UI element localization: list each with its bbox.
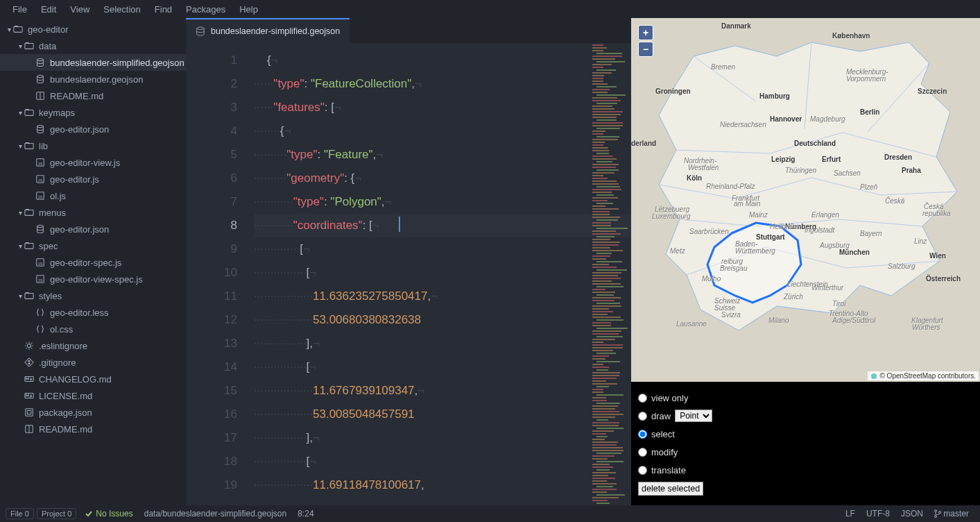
svg-rect-17 [25,244,33,249]
map-label: Danmark [721,22,751,30]
svg-text:JS: JS [38,261,43,266]
menu-selection[interactable]: Selection [96,4,147,15]
map-label: München [839,249,870,256]
tree-item[interactable]: geo-editor.json [0,121,186,137]
tree-label: styles [39,291,62,301]
map-label: Erlangen [811,211,839,219]
tree-item[interactable]: ▾data [0,37,186,54]
tree-label: bundeslaender-simplified.geojson [50,58,184,68]
folder-icon [24,291,35,301]
menu-view[interactable]: View [63,4,96,15]
svg-point-2 [37,58,44,60]
db-icon [35,58,46,67]
minimap[interactable] [590,43,631,505]
svg-rect-22 [25,294,33,299]
map-label: Österreich [926,275,961,283]
tree-item[interactable]: ▾geo-editor [0,21,186,37]
tree-item[interactable]: ▾styles [0,287,186,304]
map-label: Bayern [860,230,882,237]
chevron-down-icon: ▾ [17,42,24,50]
gear-icon [24,341,35,351]
mode-modify[interactable]: modify [638,443,973,461]
tree-item[interactable]: geo-editor.less [0,304,186,321]
tree-item[interactable]: README.md [0,421,186,437]
tree-item[interactable]: JSgeo-editor.js [0,171,186,187]
menu-find[interactable]: Find [148,4,179,15]
mode-draw[interactable]: draw Point [638,407,973,425]
tree-item[interactable]: JSgeo-editor-spec.js [0,254,186,271]
folder-root-icon [12,24,24,34]
draw-type-select[interactable]: Point [675,410,712,422]
tree-item[interactable]: bundeslaender-simplified.geojson [0,54,186,71]
status-path[interactable]: data/bundeslaender-simplified.geojson [139,509,292,519]
tree-item[interactable]: ▾lib [0,137,186,154]
svg-point-32 [197,27,205,30]
tree-item[interactable]: JSgeo-editor-view-spec.js [0,271,186,287]
zoom-in-button[interactable]: + [638,25,653,40]
git-branch-icon [934,510,941,518]
tree-label: bundeslaender.geojson [50,74,143,85]
tree-item[interactable]: JSgeo-editor-view.js [0,154,186,171]
tree-item[interactable]: CHANGELOG.md [0,371,186,387]
tree-view: ▾geo-editor▾databundeslaender-simplified… [0,18,186,505]
map-label: derland [631,140,656,147]
zoom-out-button[interactable]: − [638,42,653,57]
status-line-ending[interactable]: LF [840,509,861,519]
tree-label: geo-editor.json [50,124,109,135]
tree-item[interactable]: JSol.js [0,187,186,204]
js-icon: JS [35,158,46,167]
tree-item[interactable]: package.json [0,404,186,421]
chevron-down-icon: ▾ [6,26,12,33]
tree-label: CHANGELOG.md [39,374,112,385]
menu-help[interactable]: Help [232,4,265,15]
mode-select[interactable]: select [638,425,973,443]
chevron-down-icon: ▾ [17,292,24,300]
status-encoding[interactable]: UTF-8 [861,509,895,519]
tree-item[interactable]: geo-editor.json [0,221,186,237]
map-label: Heilbronn [770,223,800,230]
tree-item[interactable]: ol.css [0,321,186,337]
tab-bar: bundeslaender-simplified.geojson [186,18,631,43]
delete-selected-button[interactable]: delete selected [638,482,703,496]
menu-packages[interactable]: Packages [179,4,232,15]
status-file[interactable]: File 0 [6,508,34,519]
text-cursor [399,217,400,232]
status-issues[interactable]: No Issues [79,509,138,519]
menu-file[interactable]: File [6,4,34,15]
status-language[interactable]: JSON [895,509,929,519]
tree-label: menus [39,208,66,218]
map-label: Salzburg [888,262,915,270]
tree-item[interactable]: ▾keymaps [0,104,186,121]
tree-item[interactable]: README.md [0,87,186,104]
map-label: Luxembourg [652,212,691,220]
tree-label: geo-editor [28,24,69,35]
status-cursor-pos[interactable]: 8:24 [292,509,319,519]
map-label: Groningen [655,87,691,95]
git-icon [24,357,35,367]
line-gutter: 12345678910111213141516171819 [186,43,254,505]
svg-point-3 [37,75,44,77]
editor-lines[interactable]: {¬······"type": "FeatureCollection",¬···… [254,43,631,505]
tab-label: bundeslaender-simplified.geojson [211,26,340,36]
editor[interactable]: 12345678910111213141516171819 {¬······"t… [186,43,631,505]
tree-item[interactable]: ▾spec [0,237,186,254]
menu-edit[interactable]: Edit [34,4,63,15]
status-project[interactable]: Project 0 [37,508,76,519]
map-attribution: © OpenStreetMap contributors. [868,371,979,380]
mode-view-only[interactable]: view only [638,389,973,407]
tree-item[interactable]: .gitignore [0,354,186,371]
tree-label: geo-editor.json [50,224,109,235]
map-panel[interactable]: + − DanmarkKøbenhavnGroningenHamburgBrem… [631,18,980,382]
tab-active[interactable]: bundeslaender-simplified.geojson [186,18,350,43]
tree-item[interactable]: .eslintignore [0,337,186,354]
status-branch[interactable]: master [929,509,974,519]
tree-item[interactable]: ▾menus [0,204,186,221]
tree-label: spec [39,241,58,251]
mode-translate[interactable]: translate [638,461,973,479]
map-label: Hannover [770,115,802,123]
tree-item[interactable]: LICENSE.md [0,387,186,404]
check-icon [85,510,93,518]
tree-item[interactable]: bundeslaender.geojson [0,71,186,87]
book-icon [24,424,35,434]
svg-point-23 [27,344,31,347]
